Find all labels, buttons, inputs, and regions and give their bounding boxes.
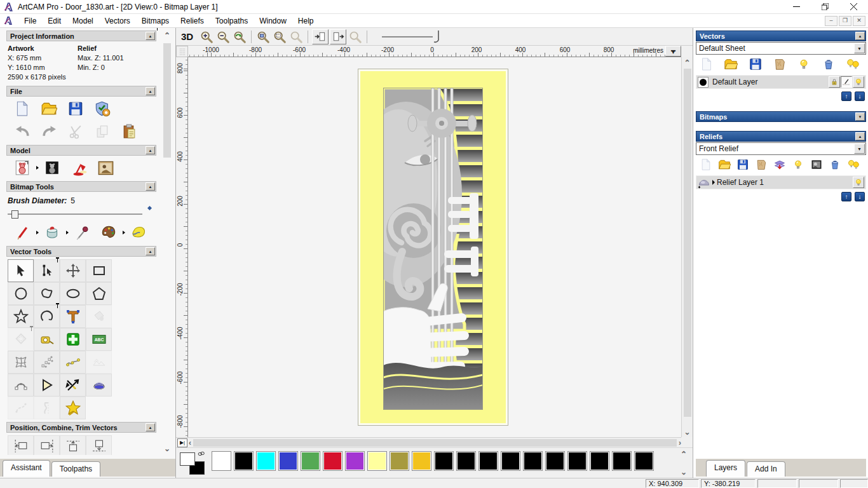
menu-window[interactable]: Window <box>254 15 292 27</box>
merge-relief-layers-button[interactable] <box>752 156 771 173</box>
save-relief-layer-button[interactable] <box>734 156 752 173</box>
create-polyline-tool[interactable] <box>34 282 60 305</box>
scrollbar-thumb[interactable] <box>684 69 691 417</box>
save-vector-layer-button[interactable] <box>746 55 765 73</box>
fit-arcs-tool[interactable] <box>8 374 34 396</box>
link-colours-icon[interactable] <box>196 450 207 458</box>
scroll-up-icon[interactable]: ⌃ <box>679 451 689 458</box>
load-image-button[interactable] <box>96 159 115 177</box>
colour-swatch[interactable] <box>634 451 654 471</box>
lock-layer-button[interactable] <box>829 76 840 88</box>
colour-swatch[interactable] <box>567 451 587 471</box>
reduce-nodes-tool[interactable] <box>86 351 112 374</box>
move-layer-up-button[interactable]: ↑ <box>841 192 851 201</box>
menu-help[interactable]: Help <box>292 15 320 27</box>
snap-layer-button[interactable] <box>841 76 852 88</box>
tab-layers[interactable]: Layers <box>706 460 745 477</box>
canvas-vertical-scrollbar[interactable]: ⌃ ⌄ <box>681 57 693 437</box>
save-model-button[interactable] <box>66 100 85 118</box>
greyscale-preview-button[interactable] <box>807 156 825 173</box>
expand-button[interactable]: ▼ <box>855 112 865 121</box>
transfer-layer-button[interactable] <box>771 156 789 173</box>
select-vectors-tool[interactable] <box>8 259 34 282</box>
menu-bitmaps[interactable]: Bitmaps <box>136 15 175 27</box>
colour-swatch[interactable] <box>590 451 609 471</box>
menu-model[interactable]: Model <box>67 15 99 27</box>
collapse-button[interactable]: ▲ <box>146 182 155 191</box>
zoom-box-button[interactable] <box>271 29 288 44</box>
scroll-up-icon[interactable]: ⌃ <box>161 32 173 39</box>
align-top-button[interactable] <box>60 435 86 455</box>
dropdown-arrow-icon[interactable]: ▼ <box>854 43 865 53</box>
colour-swatch[interactable] <box>301 451 320 471</box>
tab-toolpaths[interactable]: Toolpaths <box>51 461 100 477</box>
redo-button[interactable] <box>39 123 58 140</box>
relief-selector[interactable]: Front Relief ▼ <box>696 142 866 155</box>
fit-curve-tool[interactable] <box>60 351 86 374</box>
dropdown-arrow-icon[interactable]: ▼ <box>854 144 865 154</box>
brush-diameter-slider[interactable] <box>8 210 142 218</box>
merge-layers-button[interactable] <box>770 55 789 73</box>
menu-edit[interactable]: Edit <box>42 15 67 27</box>
wrap-vectors-tool[interactable] <box>86 374 112 396</box>
drawing-canvas[interactable] <box>188 57 681 437</box>
pane-split-button[interactable]: ▶| <box>177 438 187 447</box>
colour-swatch[interactable] <box>523 451 543 471</box>
cut-button[interactable] <box>66 123 85 140</box>
adjust-model-button[interactable] <box>13 159 32 177</box>
star-wizard-tool[interactable] <box>60 396 86 419</box>
create-circle-tool[interactable] <box>8 282 34 305</box>
scroll-right-icon[interactable]: › <box>679 439 681 447</box>
layer-name[interactable]: Default Layer <box>712 78 757 86</box>
model-options-button[interactable] <box>93 100 112 118</box>
create-arc-tool[interactable] <box>34 305 60 328</box>
colour-swatch[interactable] <box>501 451 520 471</box>
pick-colour-button[interactable] <box>72 224 92 241</box>
colour-swatch[interactable] <box>345 451 365 471</box>
collapse-button[interactable]: ▲ <box>146 247 155 255</box>
create-text-tool[interactable] <box>60 305 86 328</box>
slider-track[interactable] <box>8 214 142 215</box>
flyout-arrow-icon[interactable] <box>66 231 69 234</box>
guides-toggle-button[interactable] <box>330 29 346 44</box>
delete-layer-button[interactable] <box>825 156 844 173</box>
align-bottom-button[interactable] <box>86 435 112 455</box>
primary-colour-swatch[interactable] <box>180 452 195 466</box>
all-layers-visible-button[interactable] <box>844 156 862 173</box>
palette-scroll[interactable]: ⌃ ⌄ <box>679 451 689 476</box>
create-rectangle-tool[interactable] <box>86 259 112 282</box>
zoom-previous-button[interactable] <box>231 29 248 44</box>
canvas-horizontal-scrollbar[interactable]: ▶| ‹ › <box>176 437 681 447</box>
section-profile-tool[interactable] <box>34 396 60 419</box>
create-ellipse-tool[interactable] <box>60 282 86 305</box>
horizontal-ruler[interactable]: -1000 -800 -600 -400 -200 0 200 400 600 … <box>188 46 681 57</box>
toggle-3d-view-button[interactable]: 3D <box>181 31 193 42</box>
distort-vectors-tool[interactable] <box>8 351 34 374</box>
flyout-arrow-icon[interactable] <box>36 166 39 170</box>
align-right-button[interactable] <box>34 435 60 455</box>
menu-file[interactable]: File <box>18 15 42 27</box>
scroll-up-icon[interactable]: ⌃ <box>682 59 693 67</box>
block-paste-tool[interactable] <box>34 351 60 374</box>
layer-visibility-button[interactable] <box>853 177 864 188</box>
node-editing-tool[interactable] <box>34 259 60 282</box>
relief-layer-row[interactable]: Relief Layer 1 <box>696 175 866 189</box>
minimize-button[interactable] <box>782 0 811 14</box>
colour-palette-button[interactable] <box>99 224 118 241</box>
toggle-visibility-button[interactable] <box>794 55 813 73</box>
delete-layer-button[interactable] <box>819 55 838 73</box>
colour-swatch[interactable] <box>478 451 498 471</box>
open-relief-layer-button[interactable] <box>715 156 734 173</box>
greyscale-view-button[interactable] <box>43 159 62 177</box>
create-star-tool[interactable] <box>8 305 34 328</box>
mdi-minimize-button[interactable]: – <box>825 16 837 26</box>
zoom-in-button[interactable] <box>198 29 215 44</box>
move-layer-down-button[interactable]: ↓ <box>855 92 865 101</box>
scroll-left-icon[interactable]: ‹ <box>189 439 191 447</box>
scroll-down-icon[interactable]: ⌄ <box>679 468 689 476</box>
trim-vectors-tool[interactable] <box>60 374 86 396</box>
move-layer-up-button[interactable]: ↑ <box>841 92 851 101</box>
tab-add-in[interactable]: Add In <box>747 461 785 477</box>
tab-assistant[interactable]: Assistant <box>3 460 50 477</box>
colour-swatch[interactable] <box>456 451 476 471</box>
